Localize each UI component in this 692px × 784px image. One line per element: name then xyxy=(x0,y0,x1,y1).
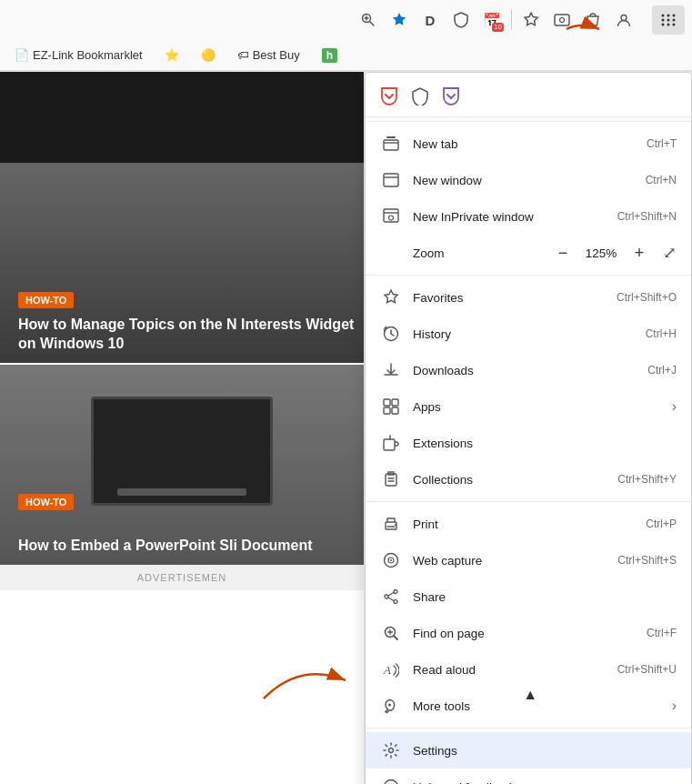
help-label: Help and feedback xyxy=(413,780,665,785)
favorites-star-btn[interactable] xyxy=(386,6,413,34)
profile-btn[interactable] xyxy=(610,6,637,34)
history-label: History xyxy=(413,327,631,341)
zoom-controls: − 125% + ⤢ xyxy=(550,240,677,266)
svg-point-16 xyxy=(673,24,676,26)
separator-1 xyxy=(366,121,691,122)
menu-icon-row xyxy=(366,76,691,117)
new-window-label: New window xyxy=(413,174,631,187)
separator-3 xyxy=(366,501,691,502)
svg-rect-27 xyxy=(386,474,396,486)
menu-item-collections[interactable]: Collections Ctrl+Shift+Y xyxy=(366,461,691,498)
inprivate-label: New InPrivate window xyxy=(413,210,603,224)
svg-line-39 xyxy=(394,636,397,639)
shield-small-icon[interactable] xyxy=(407,84,433,109)
page-content: HOW-TO How to Manage Topics on the N Int… xyxy=(0,72,364,784)
fav-ezlink-icon: 📄 xyxy=(15,48,29,62)
menu-item-inprivate[interactable]: New InPrivate window Ctrl+Shift+N xyxy=(366,198,691,235)
menu-item-share[interactable]: Share xyxy=(366,578,691,615)
zoom-icon-btn[interactable] xyxy=(355,6,382,34)
zoom-increase-button[interactable]: + xyxy=(627,240,652,266)
collections-shortcut: Ctrl+Shift+Y xyxy=(617,473,677,486)
svg-line-36 xyxy=(388,593,394,597)
svg-point-20 xyxy=(389,216,394,220)
fav-star[interactable]: ⭐ xyxy=(157,45,186,65)
inprivate-icon xyxy=(380,206,402,227)
media-btn[interactable] xyxy=(548,6,576,34)
menu-item-extensions[interactable]: Extensions xyxy=(366,425,691,461)
new-window-shortcut: Ctrl+N xyxy=(646,174,677,186)
apps-label: Apps xyxy=(413,400,665,414)
zoom-label: Zoom xyxy=(413,246,550,260)
outline-star-btn[interactable] xyxy=(517,6,545,34)
dropdown-menu: New tab Ctrl+T New window Ctrl+N xyxy=(365,72,692,784)
collections-icon xyxy=(380,468,402,490)
fav-star-icon: ⭐ xyxy=(165,48,179,62)
help-icon: ? xyxy=(380,776,402,784)
shopping-btn[interactable] xyxy=(579,6,607,34)
menu-item-favorites[interactable]: Favorites Ctrl+Shift+O xyxy=(366,279,691,316)
zoom-fullscreen-icon[interactable]: ⤢ xyxy=(663,243,677,263)
print-icon xyxy=(380,513,402,535)
menu-item-more-tools[interactable]: More tools › xyxy=(366,688,691,724)
history-icon xyxy=(380,323,402,345)
svg-point-11 xyxy=(662,19,665,22)
howto-badge-2: HOW-TO xyxy=(18,494,74,510)
find-on-page-shortcut: Ctrl+F xyxy=(647,627,677,639)
fav-ezlink[interactable]: 📄 EZ-Link Bookmarklet xyxy=(7,45,150,65)
svg-point-35 xyxy=(385,595,388,598)
menu-item-web-capture[interactable]: Web capture Ctrl+Shift+S xyxy=(366,542,691,578)
menu-item-print[interactable]: Print Ctrl+P xyxy=(366,506,691,542)
svg-rect-28 xyxy=(386,522,396,529)
apps-icon xyxy=(380,396,402,417)
shield-btn[interactable] xyxy=(447,6,475,34)
toolbar-row: D 📅 10 xyxy=(0,0,692,40)
menu-item-new-tab[interactable]: New tab Ctrl+T xyxy=(366,126,691,162)
print-label: Print xyxy=(413,518,631,531)
favorites-bar: 📄 EZ-Link Bookmarklet ⭐ 🟡 🏷 Best Buy h xyxy=(0,40,692,71)
print-shortcut: Ctrl+P xyxy=(646,518,677,530)
menu-item-help[interactable]: ? Help and feedback › xyxy=(366,769,691,784)
advertisement-bar: ADVERTISEMEN xyxy=(0,565,364,590)
settings-menu-button[interactable] xyxy=(652,5,685,35)
zoom-value: 125% xyxy=(583,246,619,260)
svg-rect-24 xyxy=(384,407,390,414)
article-title-2: How to Embed a PowerPoint Sli Document xyxy=(18,537,355,556)
fav-h[interactable]: h xyxy=(315,45,345,66)
svg-line-1 xyxy=(370,22,375,26)
menu-item-new-window[interactable]: New window Ctrl+N xyxy=(366,162,691,198)
zoom-decrease-button[interactable]: − xyxy=(550,240,576,266)
svg-rect-22 xyxy=(384,399,390,406)
dictionary-btn[interactable]: D xyxy=(416,6,444,34)
zoom-row: Zoom − 125% + ⤢ xyxy=(366,235,691,271)
svg-text:A: A xyxy=(383,663,391,677)
fav-ezlink-label: EZ-Link Bookmarklet xyxy=(33,48,143,62)
separator-4 xyxy=(366,728,691,729)
inprivate-shortcut: Ctrl+Shift+N xyxy=(617,210,677,223)
svg-rect-23 xyxy=(392,399,398,406)
svg-point-14 xyxy=(662,24,665,26)
fav-bestbuy-icon: 🏷 xyxy=(237,48,249,62)
menu-item-read-aloud[interactable]: A Read aloud Ctrl+Shift+U xyxy=(366,651,691,688)
more-tools-icon xyxy=(380,695,402,717)
fav-yellow[interactable]: 🟡 xyxy=(194,45,223,65)
calendar-btn[interactable]: 📅 10 xyxy=(478,6,506,34)
menu-item-history[interactable]: History Ctrl+H xyxy=(366,316,691,352)
new-tab-icon xyxy=(380,133,402,155)
read-aloud-icon: A xyxy=(380,658,402,680)
menu-item-find-on-page[interactable]: Find on page Ctrl+F xyxy=(366,615,691,651)
new-window-icon xyxy=(380,169,402,191)
more-tools-arrow-icon: › xyxy=(672,698,677,714)
new-tab-label: New tab xyxy=(413,137,632,151)
find-icon xyxy=(380,622,402,644)
menu-item-downloads[interactable]: Downloads Ctrl+J xyxy=(366,352,691,388)
fav-bestbuy[interactable]: 🏷 Best Buy xyxy=(230,45,307,65)
menu-item-apps[interactable]: Apps › xyxy=(366,388,691,425)
article-card-1[interactable]: HOW-TO How to Manage Topics on the N Int… xyxy=(0,163,364,363)
menu-item-settings[interactable]: Settings xyxy=(366,732,691,769)
help-arrow-icon: › xyxy=(672,779,677,784)
article-card-2[interactable]: HOW-TO How to Embed a PowerPoint Sli Doc… xyxy=(0,365,364,565)
pocket-icon[interactable] xyxy=(376,84,402,109)
share-label: Share xyxy=(413,590,677,604)
pocket2-icon[interactable] xyxy=(438,84,464,109)
collections-label: Collections xyxy=(413,473,603,487)
